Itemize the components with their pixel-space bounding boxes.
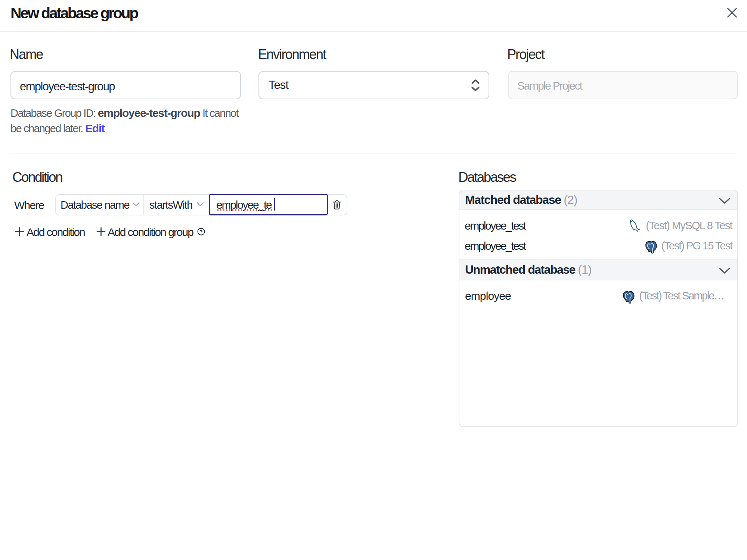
svg-text:?: ? <box>200 229 203 234</box>
